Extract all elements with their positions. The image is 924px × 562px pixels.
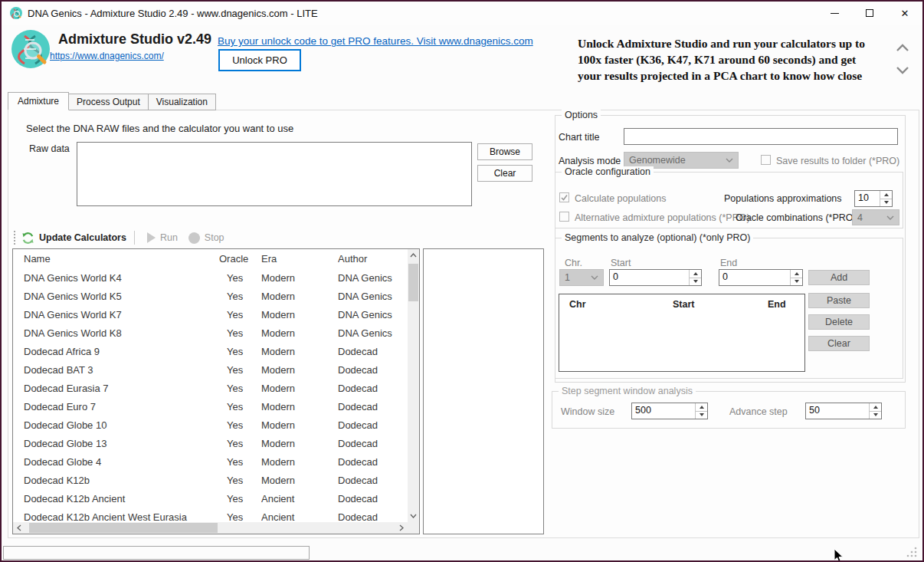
- table-row[interactable]: Dodecad Globe 13YesModernDodecad: [13, 435, 408, 453]
- tab-admixture[interactable]: Admixture: [8, 92, 69, 110]
- analysis-mode-label: Analysis mode: [559, 156, 621, 166]
- check-icon: [560, 193, 568, 202]
- stepper-down-icon[interactable]: [880, 199, 892, 207]
- end-stepper[interactable]: 0: [719, 269, 803, 286]
- paste-segments-button[interactable]: Paste: [808, 293, 870, 308]
- column-header-oracle[interactable]: Oracle: [219, 249, 259, 269]
- dna-genics-logo-icon: [11, 30, 50, 68]
- table-row[interactable]: Dodecad BAT 3YesModernDodecad: [13, 361, 408, 380]
- update-calculators-button[interactable]: Update Calculators: [39, 232, 126, 243]
- tab-visualization[interactable]: Visualization: [149, 94, 216, 110]
- unlock-pro-button[interactable]: Unlock PRO: [218, 49, 301, 71]
- chevron-down-icon: [591, 275, 598, 280]
- add-segment-button[interactable]: Add: [808, 270, 870, 285]
- cell-era: Modern: [261, 380, 335, 398]
- stepper-up-icon[interactable]: [870, 403, 881, 412]
- calculator-rows: DNA Genics World K4YesModernDNA GenicsDN…: [13, 269, 408, 522]
- stepper-down-icon[interactable]: [791, 278, 802, 286]
- segments-col-start: Start: [673, 299, 694, 310]
- cell-name: Dodecad K12b Ancient West Eurasia: [24, 508, 215, 522]
- scrollbar-down-icon[interactable]: [408, 510, 419, 522]
- vertical-scrollbar[interactable]: [408, 249, 419, 522]
- scrollbar-up-icon[interactable]: [408, 249, 419, 261]
- minimize-button[interactable]: [817, 2, 852, 25]
- stepper-up-icon[interactable]: [690, 270, 701, 278]
- scroll-up-icon[interactable]: [895, 43, 910, 54]
- cell-author: Dodecad: [338, 472, 408, 490]
- close-button[interactable]: ✕: [887, 2, 922, 25]
- progress-bar: [3, 546, 310, 560]
- alternative-admixture-checkbox[interactable]: [559, 212, 569, 222]
- cell-name: Dodecad Globe 10: [24, 416, 215, 435]
- table-row[interactable]: Dodecad Globe 4YesModernDodecad: [13, 453, 408, 472]
- table-row[interactable]: Dodecad Globe 10YesModernDodecad: [13, 416, 408, 435]
- tab-process-output[interactable]: Process Output: [69, 94, 149, 110]
- title-bar[interactable]: DNA Genics - Admixture Studio 2.49 - www…: [2, 2, 922, 25]
- chr-dropdown[interactable]: 1: [559, 269, 604, 286]
- table-row[interactable]: DNA Genics World K5YesModernDNA Genics: [13, 288, 408, 306]
- delete-segment-button[interactable]: Delete: [808, 314, 870, 330]
- column-header-author[interactable]: Author: [338, 249, 408, 269]
- stepper-down-icon[interactable]: [690, 278, 701, 286]
- window-title: DNA Genics - Admixture Studio 2.49 - www…: [28, 8, 318, 19]
- scrollbar-right-icon[interactable]: [395, 522, 408, 534]
- table-row[interactable]: Dodecad K12b Ancient West EurasiaYesAnci…: [13, 508, 408, 522]
- stepper-up-icon[interactable]: [696, 403, 707, 412]
- vertical-scrollbar-thumb[interactable]: [408, 264, 418, 301]
- results-panel: [423, 248, 544, 534]
- table-row[interactable]: Dodecad Africa 9YesModernDodecad: [13, 343, 408, 361]
- table-row[interactable]: Dodecad K12bYesModernDodecad: [13, 472, 408, 490]
- stepper-down-icon[interactable]: [870, 412, 881, 419]
- toolbar-grip-handle[interactable]: [14, 231, 17, 245]
- website-link[interactable]: https://www.dnagenics.com/: [50, 51, 164, 61]
- cell-author: Dodecad: [338, 435, 408, 453]
- cell-name: DNA Genics World K4: [24, 269, 215, 288]
- cell-author: Dodecad: [338, 361, 408, 380]
- advance-step-stepper[interactable]: 50: [805, 403, 882, 419]
- cell-name: Dodecad K12b: [24, 472, 215, 490]
- cell-era: Ancient: [261, 508, 335, 522]
- oracle-combinations-dropdown[interactable]: 4: [852, 209, 899, 225]
- buy-unlock-link[interactable]: Buy your unlock code to get PRO features…: [218, 35, 533, 47]
- table-row[interactable]: DNA Genics World K4YesModernDNA Genics: [13, 269, 408, 288]
- chart-title-input[interactable]: [624, 128, 898, 145]
- cell-name: Dodecad Eurasia 7: [24, 380, 215, 398]
- table-row[interactable]: DNA Genics World K8YesModernDNA Genics: [13, 324, 408, 343]
- cell-author: Dodecad: [338, 508, 408, 522]
- cell-era: Modern: [261, 269, 335, 288]
- scrollbar-left-icon[interactable]: [13, 522, 25, 534]
- clear-raw-button[interactable]: Clear: [477, 165, 532, 182]
- calculate-populations-checkbox[interactable]: [559, 192, 569, 202]
- clear-segments-button[interactable]: Clear: [808, 336, 870, 351]
- cell-era: Modern: [261, 306, 335, 324]
- run-button[interactable]: Run: [160, 232, 178, 243]
- table-row[interactable]: Dodecad Eurasia 7YesModernDodecad: [13, 380, 408, 398]
- calculate-populations-label: Calculate populations: [575, 193, 667, 204]
- column-header-name[interactable]: Name: [24, 249, 215, 269]
- raw-data-input[interactable]: [77, 142, 472, 206]
- horizontal-scrollbar[interactable]: [13, 522, 408, 534]
- stepper-down-icon[interactable]: [696, 412, 707, 419]
- table-row[interactable]: Dodecad K12b AncientYesAncientDodecad: [13, 490, 408, 508]
- scroll-down-icon[interactable]: [895, 64, 910, 75]
- start-label: Start: [611, 258, 631, 268]
- window-size-stepper[interactable]: 500: [631, 403, 708, 419]
- populations-approximations-stepper[interactable]: 10: [854, 190, 893, 207]
- column-header-era[interactable]: Era: [261, 249, 335, 269]
- stepper-up-icon[interactable]: [880, 191, 892, 199]
- stop-icon: [188, 232, 200, 244]
- stepper-up-icon[interactable]: [791, 270, 802, 278]
- stop-button[interactable]: Stop: [205, 232, 224, 243]
- cell-author: DNA Genics: [338, 269, 408, 288]
- start-stepper[interactable]: 0: [609, 269, 702, 286]
- table-row[interactable]: DNA Genics World K7YesModernDNA Genics: [13, 306, 408, 324]
- cell-era: Modern: [261, 435, 335, 453]
- cell-author: Dodecad: [338, 490, 408, 508]
- resize-grip[interactable]: [906, 546, 918, 558]
- browse-button[interactable]: Browse: [477, 143, 532, 160]
- save-results-checkbox[interactable]: [761, 155, 771, 165]
- calculator-list[interactable]: Name Oracle Era Author DNA Genics World …: [12, 248, 420, 534]
- table-row[interactable]: Dodecad Euro 7YesModernDodecad: [13, 398, 408, 416]
- horizontal-scrollbar-thumb[interactable]: [29, 523, 218, 533]
- maximize-button[interactable]: [852, 2, 887, 25]
